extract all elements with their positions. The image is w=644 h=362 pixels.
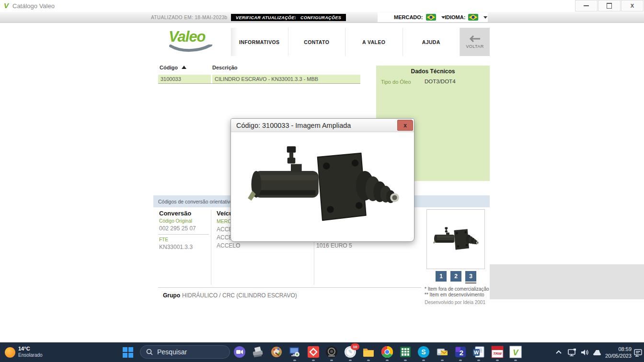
- verify-updates-button[interactable]: VERIFICAR ATUALIZAÇÕES: [231, 14, 302, 21]
- spreadsheet-app-icon[interactable]: [399, 346, 412, 358]
- running-indicator: [293, 360, 296, 361]
- column-header-descricao[interactable]: Descrição: [212, 65, 238, 70]
- tray-time: 08:59: [600, 346, 632, 352]
- table-row-divider: [158, 83, 360, 84]
- tray-clock[interactable]: 08:59 20/05/2023: [600, 346, 632, 359]
- language-label: IDIOMA:: [445, 14, 465, 20]
- weather-description[interactable]: Ensolarado: [18, 352, 43, 358]
- brazil-flag-icon: [468, 14, 478, 21]
- settings-button[interactable]: CONFIGURAÇÕES: [296, 14, 346, 21]
- word-app-icon[interactable]: W: [472, 346, 485, 358]
- anydesk-app-icon[interactable]: [307, 346, 320, 358]
- maximize-button[interactable]: [598, 0, 621, 11]
- page-button-3[interactable]: 3: [465, 271, 476, 282]
- running-indicator: [441, 360, 444, 361]
- main-nav: INFORMATIVOS CONTATO A VALEO AJUDA: [231, 28, 460, 56]
- nav-a-valeo[interactable]: A VALEO: [345, 28, 403, 56]
- search-icon: [146, 349, 153, 355]
- maximize-icon: [607, 3, 612, 9]
- brazil-flag-icon: [426, 14, 436, 21]
- weather-temperature[interactable]: 14°C: [18, 346, 30, 351]
- page-button-2[interactable]: 2: [450, 271, 461, 282]
- running-indicator: [330, 360, 333, 361]
- valeo-swoosh-icon: [169, 45, 213, 52]
- updated-at-label: ATUALIZADO EM: 18-MAI-2023b: [151, 15, 228, 20]
- running-indicator: [312, 360, 315, 361]
- conversao-divider: [158, 234, 209, 235]
- developer-credit: Desenvolvido por Ideia 2001: [425, 300, 485, 305]
- valeo-logo: Valeo: [169, 30, 217, 55]
- video-call-app-icon[interactable]: [233, 346, 246, 358]
- start-button[interactable]: [123, 347, 133, 358]
- column-divider: [211, 210, 211, 285]
- tray-volume-icon[interactable]: [580, 348, 589, 357]
- running-indicator: [514, 360, 517, 361]
- language-dropdown[interactable]: IDIOMA:: [445, 14, 487, 21]
- market-dropdown[interactable]: MERCADO:: [394, 14, 445, 21]
- tray-display-icon[interactable]: [567, 348, 577, 357]
- valeo-v-icon: V: [4, 1, 9, 10]
- camera-app-icon[interactable]: [325, 346, 338, 358]
- codigo-original-value: 002 295 25 07: [159, 225, 196, 232]
- codigo-original-label: Código Original: [159, 218, 192, 224]
- taskbar-search[interactable]: Pesquisar: [140, 345, 230, 359]
- active-page-underline: [465, 283, 476, 283]
- result-row-codigo[interactable]: 3100033: [158, 75, 211, 83]
- whatsapp-badge: 10: [351, 343, 359, 350]
- nav-contato[interactable]: CONTATO: [288, 28, 346, 56]
- product-image: [243, 142, 402, 231]
- grupo-label: Grupo: [163, 292, 180, 299]
- fte-label: FTE: [159, 237, 168, 242]
- vehicle-version: 1016 EURO 5: [316, 242, 352, 249]
- window-titlebar: V Catálogo Valeo X: [0, 0, 644, 12]
- trw-app-icon[interactable]: TRW: [491, 346, 504, 358]
- running-indicator: [459, 360, 462, 361]
- window-title: Catálogo Valeo: [12, 2, 55, 10]
- running-indicator: [386, 360, 389, 361]
- column-header-codigo[interactable]: Código: [160, 65, 186, 70]
- app-2-icon[interactable]: 2: [454, 346, 467, 358]
- nav-ajuda[interactable]: AJUDA: [403, 28, 460, 56]
- nav-informativos[interactable]: INFORMATIVOS: [231, 28, 288, 56]
- fax-app-icon[interactable]: [252, 346, 264, 358]
- product-thumbnail[interactable]: [426, 209, 485, 269]
- file-explorer-icon[interactable]: [362, 346, 375, 358]
- tray-chevron-up-icon[interactable]: [554, 348, 564, 357]
- skype-app-icon[interactable]: S: [417, 346, 430, 358]
- modal-close-button[interactable]: x: [397, 120, 413, 131]
- footnote-1: * Item fora de comercialização: [425, 286, 489, 292]
- svg-text:TRW: TRW: [493, 351, 503, 356]
- conversion-header-label: Códigos de conversão orientativos: [158, 199, 235, 204]
- running-indicator: [496, 360, 499, 361]
- back-button[interactable]: VOLTAR: [460, 28, 490, 56]
- chrome-app-icon[interactable]: [381, 346, 393, 358]
- chevron-down-icon: [483, 16, 487, 19]
- result-row-descricao[interactable]: CILINDRO ESCRAVO - KN33001.3.3 - MBB: [212, 75, 360, 83]
- running-indicator: [367, 360, 370, 361]
- desktop-gray-band: [490, 264, 644, 299]
- tray-notifications-icon[interactable]: [633, 348, 643, 357]
- market-label: MERCADO:: [394, 14, 423, 20]
- close-button[interactable]: X: [621, 0, 644, 11]
- close-icon: X: [631, 3, 634, 9]
- tray-date: 20/05/2023: [600, 352, 632, 359]
- fte-value: KN33001.3.3: [159, 244, 193, 250]
- mail-app-icon[interactable]: [436, 346, 448, 358]
- product-thumbnail-image: [432, 224, 480, 255]
- oil-type-value: DOT3/DOT4: [425, 79, 456, 84]
- sort-asc-icon: [182, 66, 186, 69]
- footnote-2: ** Item em desenvolvimento: [425, 292, 484, 297]
- paint-app-icon[interactable]: [270, 346, 283, 358]
- svg-text:2: 2: [460, 349, 463, 357]
- media-player-app-icon[interactable]: [288, 346, 301, 358]
- valeo-app-icon[interactable]: V: [509, 346, 522, 358]
- back-arrow-icon: [469, 35, 481, 42]
- weather-sun-icon[interactable]: [5, 347, 15, 358]
- technical-data-title: Dados Técnicos: [376, 68, 490, 75]
- minimize-button[interactable]: [575, 0, 598, 11]
- back-label: VOLTAR: [466, 44, 483, 49]
- conversao-column-title: Conversão: [159, 210, 191, 217]
- whatsapp-app-icon[interactable]: 10: [344, 346, 356, 358]
- page-button-1[interactable]: 1: [436, 271, 447, 282]
- grupo-value: HIDRÁULICO / CRC (CILINDRO ESCRAVO): [182, 292, 297, 299]
